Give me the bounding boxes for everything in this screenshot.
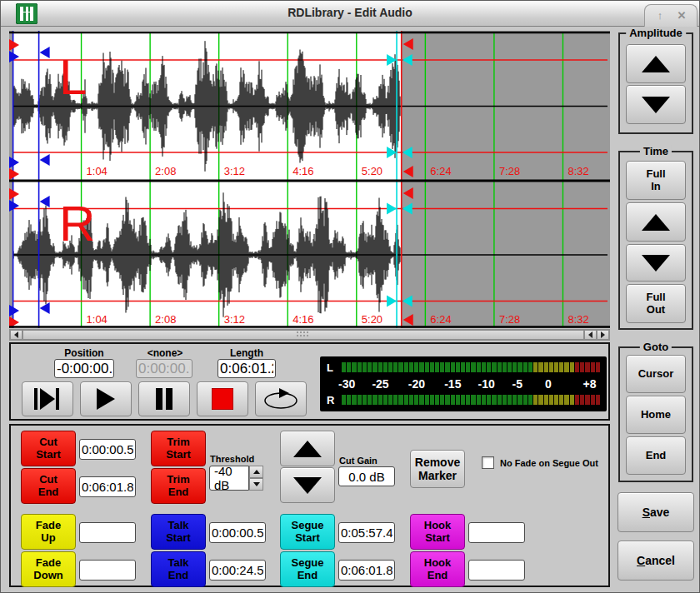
scrollbar-thumb[interactable] [22,330,584,340]
gain-down-button[interactable] [280,467,335,503]
threshold-down-button[interactable] [249,478,263,491]
stop-button[interactable] [197,381,248,416]
amplitude-up-button[interactable] [626,44,686,83]
scroll-right-button[interactable] [597,330,609,340]
threshold-up-button[interactable] [249,466,263,478]
cut-start-field[interactable] [79,439,136,460]
length-field[interactable] [218,359,276,378]
svg-text:L: L [59,49,87,105]
svg-text:7:28: 7:28 [499,313,520,326]
time-full-out-button[interactable]: Full Out [626,284,686,323]
up-arrow-icon [642,56,670,72]
stop-icon [212,388,233,410]
svg-text:5:20: 5:20 [362,313,382,326]
cut-start-button[interactable]: Cut Start [21,431,76,466]
cancel-button[interactable]: Cancel [618,541,694,581]
time-zoom-out-button[interactable] [626,244,686,282]
time-group: Time Full In Full Out [618,151,693,330]
pause-button[interactable] [138,381,190,416]
cut-gain-field[interactable] [338,466,395,486]
hook-start-field[interactable] [468,522,525,543]
svg-text:R: R [59,196,95,252]
window-title: RDLibrary - Edit Audio [1,6,699,19]
svg-text:8:32: 8:32 [568,165,588,177]
cut-end-field[interactable] [79,476,136,497]
svg-text:6:24: 6:24 [430,165,451,177]
trim-start-button[interactable]: Trim Start [151,431,206,466]
titlebar[interactable]: RDLibrary - Edit Audio ↑ ✕ [1,1,699,27]
svg-text:4:16: 4:16 [292,165,313,177]
right-arrow-icon [601,331,605,338]
goto-home-button[interactable]: Home [626,396,686,434]
hook-end-field[interactable] [468,560,525,581]
marker-time-field [136,359,192,378]
play-from-start-button[interactable] [22,381,73,416]
hook-start-button[interactable]: Hook Start [410,514,465,550]
trim-end-button[interactable]: Trim End [151,468,206,504]
edit-audio-window: RDLibrary - Edit Audio ↑ ✕ 1:041:042:082… [0,0,700,593]
fade-up-field[interactable] [79,522,136,543]
segue-end-field[interactable] [338,560,395,581]
titlebar-button-panel: ↑ ✕ [644,4,698,27]
talk-start-field[interactable] [209,522,266,543]
play-from-start-icon [33,388,62,410]
up-arrow-icon [642,214,670,231]
waveform-scrollbar[interactable] [9,329,610,341]
fade-down-field[interactable] [79,560,136,581]
talk-end-button[interactable]: Talk End [151,551,206,587]
svg-text:6:24: 6:24 [430,313,451,326]
goto-group: Goto Cursor Home End [618,346,693,482]
svg-text:3:12: 3:12 [224,313,245,326]
position-field[interactable] [54,359,114,378]
goto-group-title: Goto [640,341,672,353]
fade-down-button[interactable]: Fade Down [21,551,76,587]
svg-text:1:04: 1:04 [87,165,108,177]
down-arrow-icon [642,97,670,113]
segue-end-button[interactable]: Segue End [280,551,335,587]
scroll-left-button-2[interactable] [584,330,597,340]
play-icon [95,388,117,410]
loop-icon [262,387,299,411]
waveform-svg[interactable]: 1:041:042:082:083:123:124:164:165:205:20… [9,31,610,328]
fade-up-button[interactable]: Fade Up [21,514,76,550]
position-label: Position [54,347,114,359]
loop-button[interactable] [255,381,307,416]
meter-bars-left [342,362,600,372]
left-arrow-icon [14,331,18,338]
cut-end-button[interactable]: Cut End [21,468,76,504]
left-arrow-icon [588,331,592,338]
shade-window-button[interactable]: ↑ [650,7,670,23]
svg-text:3:12: 3:12 [224,165,245,177]
threshold-spinbox[interactable]: -40 dB [209,466,263,491]
gain-up-button[interactable] [280,431,335,466]
amplitude-group: Amplitude [618,32,693,134]
goto-end-button[interactable]: End [626,436,686,475]
time-group-title: Time [640,145,672,157]
svg-text:2:08: 2:08 [155,165,176,177]
time-full-in-button[interactable]: Full In [626,161,686,200]
marker-name-label: <none> [136,347,194,359]
svg-text:7:28: 7:28 [499,165,520,177]
scroll-left-button[interactable] [10,330,22,340]
hook-end-button[interactable]: Hook End [410,551,465,587]
talk-start-button[interactable]: Talk Start [151,514,206,550]
meter-left-label: L [327,361,333,374]
segue-start-button[interactable]: Segue Start [280,514,335,550]
time-zoom-in-button[interactable] [626,202,686,242]
scrollbar-grip-icon [297,331,310,338]
waveform-display[interactable]: 1:041:042:082:083:123:124:164:165:205:20… [9,31,610,328]
amplitude-down-button[interactable] [626,85,686,124]
no-fade-checkbox[interactable] [482,456,494,469]
remove-marker-button[interactable]: Remove Marker [410,450,465,488]
svg-text:1:04: 1:04 [87,313,108,326]
talk-end-field[interactable] [209,560,266,581]
amplitude-group-title: Amplitude [626,27,686,39]
threshold-value[interactable]: -40 dB [209,466,249,491]
play-button[interactable] [80,381,132,416]
threshold-label: Threshold [210,454,254,464]
goto-cursor-button[interactable]: Cursor [626,355,686,393]
save-button[interactable]: Save [618,492,694,532]
down-arrow-icon [642,255,670,272]
segue-start-field[interactable] [338,522,395,543]
close-window-button[interactable]: ✕ [672,7,692,23]
